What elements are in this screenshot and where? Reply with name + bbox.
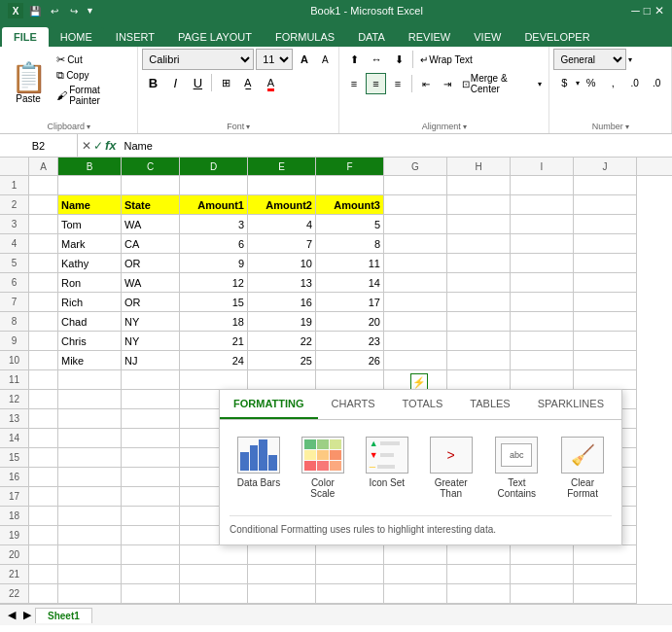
list-item[interactable] <box>384 565 447 584</box>
list-item[interactable] <box>574 351 637 370</box>
list-item[interactable] <box>180 565 248 584</box>
copy-button[interactable]: ⧉ Copy <box>54 68 133 83</box>
list-item[interactable] <box>248 584 316 604</box>
list-item[interactable] <box>574 273 637 293</box>
list-item[interactable] <box>122 545 180 565</box>
row-header[interactable]: 19 <box>0 526 29 545</box>
list-item[interactable] <box>248 176 316 195</box>
list-item[interactable]: Amount2 <box>248 195 316 215</box>
list-item[interactable]: Mike <box>58 351 122 370</box>
list-item[interactable] <box>384 332 447 351</box>
list-item[interactable]: 24 <box>180 351 248 370</box>
row-header[interactable]: 11 <box>0 370 29 390</box>
row-header[interactable]: 15 <box>0 448 29 468</box>
increase-font-button[interactable]: A <box>295 50 314 69</box>
row-header[interactable]: 14 <box>0 429 29 448</box>
list-item[interactable] <box>122 409 180 429</box>
sheet-tab-active[interactable]: Sheet1 <box>35 608 92 623</box>
qa-tab-totals[interactable]: TOTALS <box>389 390 457 419</box>
tab-data[interactable]: DATA <box>346 27 397 47</box>
row-header[interactable]: 5 <box>0 254 29 273</box>
redo-icon[interactable]: ↪ <box>66 3 82 18</box>
list-item[interactable] <box>29 254 58 273</box>
list-item[interactable] <box>511 254 574 273</box>
qa-option-color-scale[interactable]: Color Scale <box>294 430 352 506</box>
list-item[interactable] <box>316 565 384 584</box>
list-item[interactable]: 17 <box>316 293 384 312</box>
cell-reference-input[interactable]: B2 <box>0 134 78 157</box>
list-item[interactable] <box>58 507 122 526</box>
list-item[interactable] <box>122 370 180 390</box>
list-item[interactable]: 6 <box>180 234 248 254</box>
list-item[interactable]: 7 <box>248 234 316 254</box>
list-item[interactable] <box>511 332 574 351</box>
alignment-expand-icon[interactable]: ▾ <box>463 123 467 131</box>
increase-decimal-button[interactable]: .0 <box>624 72 646 93</box>
list-item[interactable] <box>122 429 180 448</box>
list-item[interactable] <box>447 545 511 565</box>
align-center-button[interactable]: ≡ <box>366 73 387 94</box>
borders-button[interactable]: ⊞ <box>215 72 236 93</box>
row-header[interactable]: 9 <box>0 332 29 351</box>
qa-option-icon-set[interactable]: ▲ ▼ ─ Icon Set <box>358 430 416 506</box>
list-item[interactable]: State <box>122 195 180 215</box>
list-item[interactable] <box>574 312 637 332</box>
row-header[interactable]: 20 <box>0 545 29 565</box>
tab-developer[interactable]: DEVELOPER <box>513 27 601 47</box>
list-item[interactable] <box>384 273 447 293</box>
list-item[interactable] <box>122 176 180 195</box>
list-item[interactable] <box>574 254 637 273</box>
underline-button[interactable]: U <box>187 72 208 93</box>
formula-input[interactable]: Name <box>121 140 672 152</box>
list-item[interactable] <box>29 293 58 312</box>
list-item[interactable] <box>447 370 511 390</box>
list-item[interactable] <box>447 332 511 351</box>
list-item[interactable] <box>574 565 637 584</box>
list-item[interactable] <box>511 312 574 332</box>
list-item[interactable] <box>122 390 180 409</box>
row-header[interactable]: 6 <box>0 273 29 293</box>
list-item[interactable] <box>29 429 58 448</box>
col-header-h[interactable]: H <box>447 158 511 175</box>
list-item[interactable] <box>511 565 574 584</box>
row-header[interactable]: 13 <box>0 409 29 429</box>
decrease-decimal-button[interactable]: .0 <box>647 72 668 93</box>
list-item[interactable] <box>248 370 316 390</box>
list-item[interactable] <box>447 254 511 273</box>
list-item[interactable] <box>58 545 122 565</box>
list-item[interactable] <box>58 390 122 409</box>
align-bottom-button[interactable]: ⬇ <box>388 49 409 70</box>
list-item[interactable] <box>122 507 180 526</box>
list-item[interactable] <box>29 390 58 409</box>
list-item[interactable] <box>574 545 637 565</box>
tab-review[interactable]: REVIEW <box>397 27 462 47</box>
clipboard-expand-icon[interactable]: ▾ <box>87 123 90 131</box>
currency-dropdown[interactable]: ▾ <box>576 79 580 88</box>
fx-icon[interactable]: fx <box>105 138 117 153</box>
list-item[interactable] <box>511 370 574 390</box>
format-painter-button[interactable]: 🖌 Format Painter <box>54 84 133 107</box>
list-item[interactable]: Ron <box>58 273 122 293</box>
tab-formulas[interactable]: FORMULAS <box>264 27 346 47</box>
tab-home[interactable]: HOME <box>49 27 104 47</box>
align-right-button[interactable]: ≡ <box>387 73 408 94</box>
list-item[interactable] <box>180 584 248 604</box>
tab-file[interactable]: FILE <box>2 27 49 47</box>
list-item[interactable] <box>58 468 122 487</box>
list-item[interactable]: 26 <box>316 351 384 370</box>
paste-button[interactable]: 📋 Paste <box>4 49 53 118</box>
fill-color-button[interactable]: A̲ <box>237 72 259 93</box>
list-item[interactable] <box>29 487 58 507</box>
qa-option-greater-than[interactable]: > Greater Than <box>422 430 480 506</box>
list-item[interactable]: 3 <box>180 215 248 234</box>
currency-button[interactable]: $ <box>553 72 575 93</box>
number-expand-icon[interactable]: ▾ <box>625 123 629 131</box>
col-header-b[interactable]: B <box>58 158 122 175</box>
list-item[interactable]: Rich <box>58 293 122 312</box>
number-format-select[interactable]: General <box>553 49 626 70</box>
list-item[interactable]: OR <box>122 293 180 312</box>
list-item[interactable]: NY <box>122 332 180 351</box>
list-item[interactable] <box>248 545 316 565</box>
list-item[interactable] <box>122 468 180 487</box>
row-header[interactable]: 8 <box>0 312 29 332</box>
